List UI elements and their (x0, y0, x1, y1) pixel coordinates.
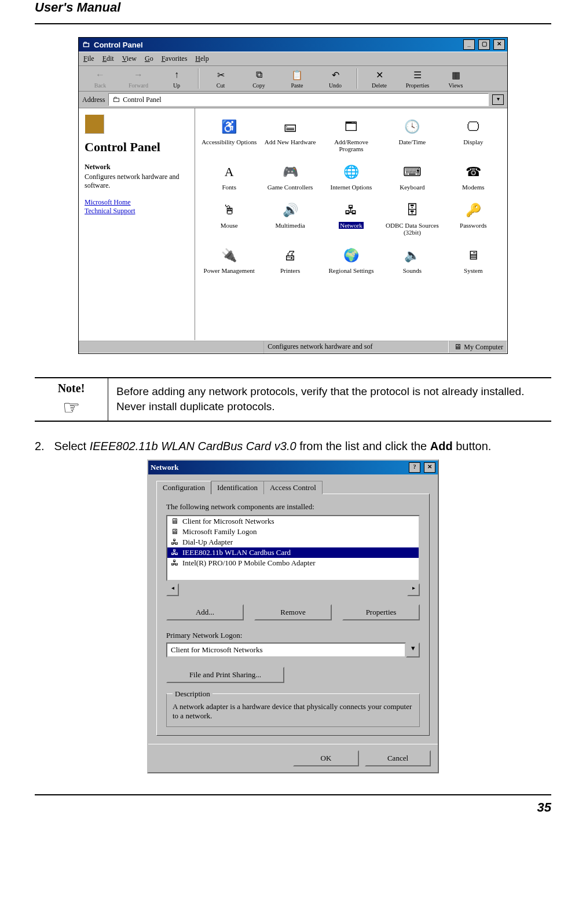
menu-help[interactable]: Help (195, 54, 208, 63)
tool-undo[interactable]: ↶Undo (316, 67, 354, 90)
cp-item-printers[interactable]: 🖨Printers (262, 246, 318, 274)
note-box: Note! ☞ Before adding any network protoc… (35, 377, 551, 422)
tool-forward: →Forward (119, 67, 158, 90)
cp-item-modems[interactable]: ☎Modems (445, 163, 501, 191)
header-rule (35, 23, 551, 24)
icon-grid: ♿Accessibility Options🖴Add New Hardware🗔… (195, 108, 507, 340)
list-item[interactable]: 🖥Client for Microsoft Networks (167, 516, 419, 527)
file-print-sharing-button[interactable]: File and Print Sharing... (166, 667, 284, 683)
minimize-button[interactable]: _ (463, 39, 475, 50)
dialog-close-button[interactable]: ✕ (424, 462, 435, 473)
side-folder-icon (85, 114, 104, 134)
list-item[interactable]: 🖧IEEE802.11b WLAN Cardbus Card (167, 547, 419, 558)
cp-item-system[interactable]: 🖥System (445, 246, 501, 274)
cp-item-passwords[interactable]: 🔑Passwords (445, 201, 501, 236)
description-text: A network adapter is a hardware device t… (173, 702, 413, 721)
control-panel-window: 🗀 Control Panel _ ▢ ✕ File Edit View Go … (78, 37, 508, 354)
tab-access-control[interactable]: Access Control (263, 481, 323, 494)
note-text: Before adding any network protocols, ver… (108, 378, 551, 421)
side-heading: Control Panel (85, 140, 189, 155)
address-dropdown[interactable]: ▾ (492, 94, 504, 105)
tab-pane: The following network components are ins… (156, 494, 430, 736)
cp-item-sounds[interactable]: 🔈Sounds (384, 246, 440, 274)
tool-up[interactable]: ↑Up (158, 67, 196, 90)
dialog-titlebar: Network ? ✕ (148, 461, 438, 474)
network-dialog: Network ? ✕ Configuration Identification… (147, 459, 439, 773)
ok-button[interactable]: OK (293, 750, 359, 766)
cancel-button[interactable]: Cancel (365, 750, 431, 766)
address-value: Control Panel (123, 96, 161, 104)
address-bar: Address 🗀 Control Panel ▾ (79, 92, 507, 108)
menu-edit[interactable]: Edit (102, 54, 114, 63)
cp-item-odbc-data-sources-32bit-[interactable]: 🗄ODBC Data Sources (32bit) (384, 201, 440, 236)
side-item-desc: Configures network hardware and software… (85, 173, 189, 190)
toolbar: ←Back→Forward↑Up✂Cut⧉Copy📋Paste↶Undo✕Del… (79, 66, 507, 92)
add-button[interactable]: Add... (166, 604, 244, 620)
scroll-left-icon[interactable]: ◂ (166, 583, 179, 596)
status-zone: 🖥 My Computer (449, 341, 507, 353)
page-title: User's Manual (35, 0, 551, 17)
primary-logon-value: Client for Microsoft Networks (166, 642, 406, 658)
list-scrollbar[interactable]: ◂ ▸ (166, 583, 420, 596)
cp-item-fonts[interactable]: AFonts (201, 163, 257, 191)
primary-logon-label: Primary Network Logon: (166, 631, 420, 640)
instruction-step: 2. Select IEEE802.11b WLAN CardBus Card … (35, 438, 551, 455)
cp-item-multimedia[interactable]: 🔊Multimedia (262, 201, 318, 236)
cp-item-keyboard[interactable]: ⌨Keyboard (384, 163, 440, 191)
tool-delete[interactable]: ✕Delete (360, 67, 398, 90)
computer-icon: 🖥 (453, 342, 462, 352)
link-tech-support[interactable]: Technical Support (85, 207, 189, 216)
footer-rule (35, 794, 551, 795)
cp-item-add-new-hardware[interactable]: 🖴Add New Hardware (262, 118, 318, 152)
address-label: Address (82, 96, 105, 104)
tool-properties[interactable]: ☰Properties (398, 67, 437, 90)
titlebar: 🗀 Control Panel _ ▢ ✕ (79, 38, 507, 52)
menu-go[interactable]: Go (145, 54, 153, 63)
status-text: Configures network hardware and sof (263, 341, 449, 353)
tool-paste[interactable]: 📋Paste (278, 67, 316, 90)
list-item[interactable]: 🖧Dial-Up Adapter (167, 537, 419, 547)
chevron-down-icon[interactable]: ▾ (406, 642, 420, 658)
cp-item-game-controllers[interactable]: 🎮Game Controllers (262, 163, 318, 191)
cp-item-display[interactable]: 🖵Display (445, 118, 501, 152)
pointing-hand-icon: ☞ (39, 397, 103, 417)
scroll-right-icon[interactable]: ▸ (407, 583, 420, 596)
note-label: Note! (58, 382, 85, 395)
remove-button[interactable]: Remove (254, 604, 332, 620)
tab-configuration[interactable]: Configuration (156, 481, 211, 494)
address-field[interactable]: 🗀 Control Panel (108, 93, 489, 106)
properties-button[interactable]: Properties (342, 604, 420, 620)
tool-copy[interactable]: ⧉Copy (240, 67, 278, 90)
close-button[interactable]: ✕ (493, 39, 505, 50)
folder-icon: 🗀 (111, 95, 120, 104)
cp-item-network[interactable]: 🖧Network (323, 201, 379, 236)
components-label: The following network components are ins… (166, 502, 420, 512)
maximize-button[interactable]: ▢ (478, 39, 490, 50)
cp-item-power-management[interactable]: 🔌Power Management (201, 246, 257, 274)
components-listbox[interactable]: 🖥Client for Microsoft Networks🖥Microsoft… (166, 515, 420, 581)
side-item-title: Network (85, 163, 189, 171)
dialog-title: Network (151, 463, 178, 472)
list-item[interactable]: 🖥Microsoft Family Logon (167, 527, 419, 537)
link-ms-home[interactable]: Microsoft Home (85, 198, 189, 207)
help-button[interactable]: ? (409, 462, 420, 473)
cp-item-mouse[interactable]: 🖱Mouse (201, 201, 257, 236)
cp-item-internet-options[interactable]: 🌐Internet Options (323, 163, 379, 191)
tab-strip: Configuration Identification Access Cont… (156, 481, 430, 494)
primary-logon-combo[interactable]: Client for Microsoft Networks ▾ (166, 642, 420, 658)
description-label: Description (173, 689, 213, 699)
window-icon: 🗀 (81, 40, 90, 49)
menu-view[interactable]: View (122, 54, 137, 63)
tool-views[interactable]: ▦Views (437, 67, 475, 90)
side-panel: Control Panel Network Configures network… (79, 108, 195, 340)
cp-item-date-time[interactable]: 🕓Date/Time (384, 118, 440, 152)
cp-item-regional-settings[interactable]: 🌍Regional Settings (323, 246, 379, 274)
window-title: Control Panel (94, 41, 143, 49)
cp-item-add-remove-programs[interactable]: 🗔Add/Remove Programs (323, 118, 379, 152)
tool-cut[interactable]: ✂Cut (202, 67, 240, 90)
tab-identification[interactable]: Identification (211, 481, 264, 494)
menu-file[interactable]: File (83, 54, 94, 63)
menu-favorites[interactable]: Favorites (162, 54, 188, 63)
cp-item-accessibility-options[interactable]: ♿Accessibility Options (201, 118, 257, 152)
list-item[interactable]: 🖧Intel(R) PRO/100 P Mobile Combo Adapter (167, 558, 419, 568)
